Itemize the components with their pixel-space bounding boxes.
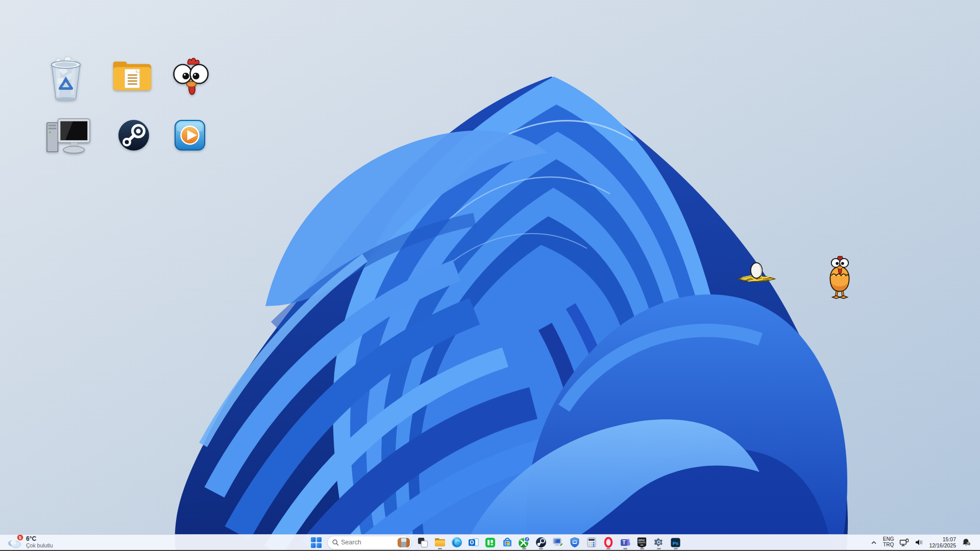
show-desktop-button[interactable] [975,536,977,548]
search-icon [332,539,339,546]
search-box[interactable] [327,536,412,549]
weather-condition: Çok bulutlu [26,543,53,549]
task-view-button[interactable] [415,535,431,549]
edge-icon [451,537,462,548]
task-view-icon [418,537,428,548]
recycle-bin-icon[interactable] [46,54,86,104]
steam-icon [535,537,547,548]
search-input[interactable] [339,539,398,546]
photoshop-button[interactable]: Ps [668,535,683,549]
running-indicator [606,548,610,549]
svg-text:EPIC: EPIC [639,539,645,542]
settings-button[interactable] [651,535,667,549]
xbox-game-bar-icon [485,537,496,548]
start-button[interactable] [308,535,324,549]
search-highlight-image[interactable] [398,538,410,547]
volume-button[interactable] [913,537,925,547]
opera-icon [603,537,614,548]
documents-folder-icon[interactable] [111,59,153,95]
notification-bell-button[interactable] [960,537,972,548]
language-secondary: TRQ [883,542,894,548]
settings-gear-icon [653,537,665,548]
my-computer-taskbar-button[interactable] [550,535,566,549]
steam-taskbar-button[interactable] [533,535,549,549]
file-explorer-icon [434,537,446,548]
calculator-button[interactable] [583,535,599,549]
teams-icon: T [620,537,631,548]
hidden-icons-chevron-button[interactable] [869,538,879,547]
running-indicator [539,548,543,549]
outlook-icon: O [468,537,479,548]
widgets-weather-button[interactable]: 5 6°C Çok bulutlu [4,535,56,550]
speaker-icon [915,538,923,546]
computer-icon [552,537,564,548]
pc-manager-shield-icon [569,537,580,548]
network-button[interactable] [898,537,911,548]
pc-manager-button[interactable] [567,535,582,549]
language-indicator[interactable]: ENG TRQ [881,536,896,549]
desktop-screen: 5 6°C Çok bulutlu [0,0,980,551]
running-indicator [657,548,661,549]
microsoft-store-icon [502,537,513,548]
windows-media-player-icon[interactable] [174,119,206,153]
notification-bell-icon [962,538,971,547]
opera-button[interactable] [600,535,616,549]
svg-text:GAMES: GAMES [638,542,646,544]
tray-date: 12/16/2025 [929,542,956,548]
xbox-game-bar-button[interactable] [482,535,498,549]
calculator-icon [586,537,597,548]
photoshop-icon: Ps [670,537,681,548]
my-computer-icon[interactable] [45,115,93,160]
outlook-button[interactable]: O [465,535,481,549]
svg-text:T: T [622,540,625,545]
windows-logo-icon [311,537,322,548]
running-indicator [640,548,644,549]
microsoft-teams-button[interactable]: T [617,535,633,549]
chevron-up-icon [870,539,877,546]
tray-time: 15:07 [929,536,956,542]
egg-in-nest-sprite[interactable] [734,261,779,286]
microsoft-edge-button[interactable] [449,535,464,549]
svg-text:O: O [470,540,474,545]
weather-alert-badge: 5 [17,534,23,541]
xbox-icon: 2 [518,537,530,548]
steam-icon[interactable] [118,119,150,153]
microsoft-store-button[interactable] [499,535,515,549]
taskbar-center: O [308,535,683,550]
system-tray: ENG TRQ [869,535,977,550]
svg-text:Ps: Ps [673,540,679,545]
running-indicator [674,548,678,549]
ethernet-network-icon [899,538,909,547]
epic-games-icon: EPIC GAMES [636,537,647,548]
clock-date-button[interactable]: 15:07 12/16/2025 [927,535,958,549]
file-explorer-button[interactable] [432,535,448,549]
xbox-button[interactable]: 2 [516,535,532,549]
weather-cloud-icon: 5 [7,536,22,549]
svg-text:2: 2 [526,537,528,541]
chicken-game-icon[interactable] [173,56,209,101]
running-indicator [623,548,627,549]
running-indicator [438,548,442,549]
chicken-sprite[interactable] [826,255,853,304]
running-indicator [522,548,526,549]
weather-temperature: 6°C [26,536,53,542]
taskbar: 5 6°C Çok bulutlu [0,534,980,551]
epic-games-button[interactable]: EPIC GAMES [634,535,650,549]
